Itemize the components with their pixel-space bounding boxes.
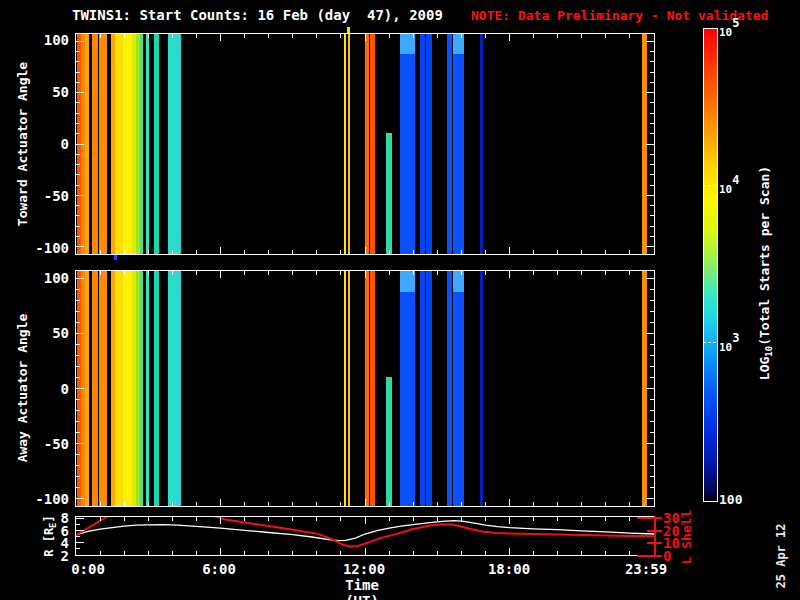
x-tick xyxy=(100,271,101,275)
x-tick xyxy=(509,548,510,555)
x-tick xyxy=(437,517,438,521)
x-tick xyxy=(220,548,221,555)
x-tick xyxy=(629,34,630,38)
x-tick xyxy=(172,250,173,254)
colorbar-tick-label: 100 xyxy=(719,492,742,507)
y-tick xyxy=(650,487,654,488)
x-tick xyxy=(485,517,486,521)
orbit-panel xyxy=(75,516,655,556)
y-tick xyxy=(650,164,654,165)
x-tick xyxy=(268,34,269,38)
y-tick xyxy=(650,236,654,237)
x-tick xyxy=(461,250,462,254)
y-tick xyxy=(650,154,654,155)
x-tick xyxy=(340,250,341,254)
x-tick xyxy=(268,271,269,275)
y-tick xyxy=(76,311,80,312)
y-tick xyxy=(76,185,80,186)
r-tick xyxy=(76,518,84,519)
y-tick xyxy=(646,41,654,42)
y-tick xyxy=(650,377,654,378)
y-tick xyxy=(650,185,654,186)
y-tick xyxy=(650,311,654,312)
l-tick xyxy=(647,530,662,532)
y-tick xyxy=(76,195,84,196)
x-tick xyxy=(100,502,101,506)
y-tick xyxy=(76,487,80,488)
x-tick xyxy=(196,517,197,521)
x-tick xyxy=(533,250,534,254)
x-tick xyxy=(509,271,510,278)
page-title: TWINS1: Start Counts: 16 Feb (day 47), 2… xyxy=(72,7,443,23)
y-tick xyxy=(650,215,654,216)
toward-spectrogram-panel xyxy=(75,33,655,255)
x-tick-label: 23:59 xyxy=(614,561,678,577)
y-tick xyxy=(76,465,80,466)
x-tick xyxy=(100,517,101,521)
r-tick xyxy=(76,542,84,543)
angle-tick-label: 50 xyxy=(29,325,69,341)
x-tick xyxy=(461,502,462,506)
x-tick xyxy=(172,517,173,521)
x-tick xyxy=(581,271,582,275)
y-tick xyxy=(76,215,80,216)
y-tick xyxy=(650,102,654,103)
x-tick xyxy=(389,551,390,555)
x-tick xyxy=(365,517,366,524)
x-tick xyxy=(124,551,125,555)
y-tick xyxy=(76,344,80,345)
x-tick xyxy=(557,250,558,254)
colorbar-tick-mark xyxy=(703,185,716,186)
x-tick xyxy=(581,502,582,506)
y-tick xyxy=(650,432,654,433)
x-tick xyxy=(292,517,293,521)
x-tick xyxy=(389,250,390,254)
x-tick xyxy=(100,551,101,555)
y-tick xyxy=(650,226,654,227)
y-tick xyxy=(76,399,80,400)
toward-panel-ticks xyxy=(76,34,654,254)
y-tick xyxy=(650,133,654,134)
y-tick xyxy=(76,443,84,444)
x-tick xyxy=(437,551,438,555)
x-tick xyxy=(220,499,221,506)
y-tick xyxy=(76,144,84,145)
x-tick xyxy=(581,517,582,521)
x-tick xyxy=(557,551,558,555)
x-tick xyxy=(148,271,149,275)
y-tick xyxy=(76,113,80,114)
y-tick xyxy=(650,366,654,367)
x-tick xyxy=(581,34,582,38)
y-tick xyxy=(650,205,654,206)
y-tick xyxy=(646,333,654,334)
stray-mark xyxy=(114,255,117,260)
x-tick-label: 18:00 xyxy=(477,561,541,577)
y-tick xyxy=(646,278,654,279)
x-tick xyxy=(316,551,317,555)
x-tick xyxy=(581,250,582,254)
x-tick xyxy=(365,247,366,254)
y-tick xyxy=(76,498,84,499)
x-tick xyxy=(485,551,486,555)
x-tick-label: 6:00 xyxy=(187,561,251,577)
y-tick xyxy=(646,246,654,247)
x-tick xyxy=(172,271,173,275)
x-tick xyxy=(509,499,510,506)
x-tick xyxy=(605,502,606,506)
angle-tick-label: 100 xyxy=(29,32,69,48)
x-tick xyxy=(124,271,125,275)
x-tick xyxy=(557,517,558,521)
x-tick xyxy=(292,34,293,38)
x-tick xyxy=(244,517,245,521)
y-tick xyxy=(76,322,80,323)
x-tick xyxy=(605,551,606,555)
l-tick xyxy=(637,517,662,519)
y-tick xyxy=(650,61,654,62)
x-tick xyxy=(196,551,197,555)
x-tick xyxy=(413,502,414,506)
x-tick xyxy=(629,517,630,521)
x-tick xyxy=(268,250,269,254)
x-tick xyxy=(100,34,101,38)
angle-tick-label: -50 xyxy=(29,436,69,452)
y-tick xyxy=(76,366,80,367)
